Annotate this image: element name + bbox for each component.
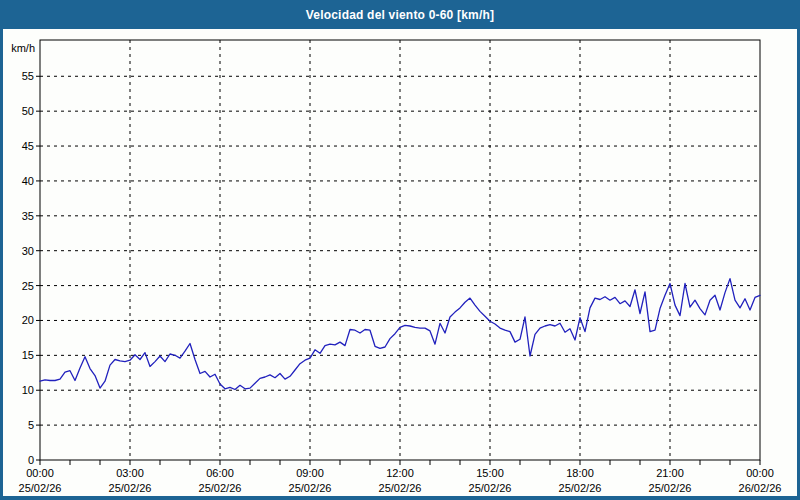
x-tick-time-label: 00:00 (26, 467, 54, 479)
x-tick-time-label: 12:00 (386, 467, 414, 479)
x-tick-date-label: 25/02/26 (649, 482, 692, 494)
x-tick-time-label: 03:00 (116, 467, 144, 479)
y-tick-label: 20 (22, 314, 34, 326)
y-tick-label: 10 (22, 384, 34, 396)
x-tick-time-label: 15:00 (476, 467, 504, 479)
x-tick-date-label: 25/02/26 (559, 482, 602, 494)
wind-speed-chart: 051015202530354045505500:0025/02/2603:00… (3, 29, 797, 496)
x-tick-time-label: 09:00 (296, 467, 324, 479)
y-tick-label: 5 (28, 419, 34, 431)
x-tick-date-label: 25/02/26 (379, 482, 422, 494)
y-axis-unit-label: km/h (11, 42, 35, 54)
y-tick-label: 15 (22, 349, 34, 361)
y-tick-label: 0 (28, 454, 34, 466)
x-tick-date-label: 25/02/26 (109, 482, 152, 494)
x-tick-date-label: 25/02/26 (469, 482, 512, 494)
y-tick-label: 25 (22, 280, 34, 292)
x-tick-date-label: 26/02/26 (739, 482, 782, 494)
x-tick-time-label: 18:00 (566, 467, 594, 479)
app-window: Velocidad del viento 0-60 [km/h] 0510152… (0, 0, 800, 500)
x-tick-time-label: 00:00 (746, 467, 774, 479)
chart-title: Velocidad del viento 0-60 [km/h] (306, 8, 494, 22)
x-tick-time-label: 06:00 (206, 467, 234, 479)
x-tick-time-label: 21:00 (656, 467, 684, 479)
y-tick-label: 55 (22, 70, 34, 82)
title-bar: Velocidad del viento 0-60 [km/h] (0, 0, 800, 29)
y-tick-label: 45 (22, 140, 34, 152)
y-tick-label: 50 (22, 105, 34, 117)
x-tick-date-label: 25/02/26 (19, 482, 62, 494)
y-tick-label: 35 (22, 210, 34, 222)
x-tick-date-label: 25/02/26 (289, 482, 332, 494)
x-tick-date-label: 25/02/26 (199, 482, 242, 494)
y-tick-label: 40 (22, 175, 34, 187)
y-tick-label: 30 (22, 245, 34, 257)
